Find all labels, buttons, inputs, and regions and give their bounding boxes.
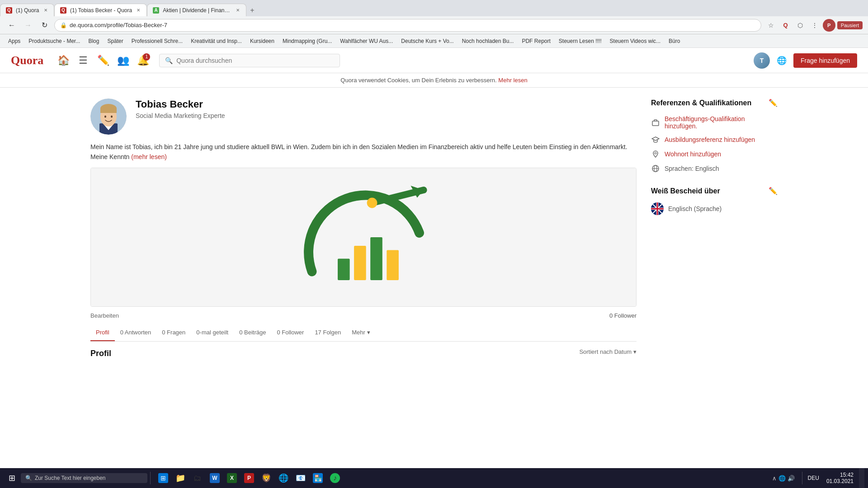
home-nav-button[interactable]: 🏠 (54, 52, 72, 70)
bookmark-wahlfaecher[interactable]: Wahlfächer WU Aus... (337, 37, 396, 45)
tab-beitraege[interactable]: 0 Beiträge (234, 324, 271, 341)
sidebar-job-item[interactable]: Beschäftigungs-Qualifikation hinzufügen. (651, 113, 778, 132)
sys-network-icon[interactable]: 🌐 (778, 475, 786, 482)
tab-profil[interactable]: Profil (90, 324, 115, 341)
browser-tab-tobias[interactable]: Q (1) Tobias Becker - Quora ✕ (54, 4, 147, 16)
sys-volume-icon[interactable]: 🔊 (788, 475, 795, 482)
sidebar-location-text: Wohnort hinzufügen (665, 150, 721, 158)
language-button[interactable]: 🌐 (774, 52, 790, 69)
back-button[interactable]: ← (5, 19, 18, 32)
bookmark-spaeter[interactable]: Später (104, 37, 126, 45)
quora-icon-btn[interactable]: Q (779, 19, 792, 32)
clock-time: 15:42 (826, 472, 854, 478)
tab-mehr[interactable]: Mehr ▾ (346, 324, 376, 341)
taskbar-app-word[interactable]: W (207, 468, 223, 488)
sidebar-location-item[interactable]: Wohnort hinzufügen (651, 147, 778, 161)
add-question-button[interactable]: Frage hinzufügen (793, 53, 857, 68)
profile-info: Tobias Becker Social Media Marketing Exp… (136, 99, 637, 119)
bookmark-deutsche-kurs[interactable]: Deutsche Kurs + Vo... (398, 37, 456, 45)
clock-date: 01.03.2021 (826, 478, 854, 484)
paused-button[interactable]: Pausiert (837, 21, 863, 29)
system-clock[interactable]: 15:42 01.03.2021 (823, 472, 857, 484)
bookmark-produktsuche[interactable]: Produktsuche - Mer... (26, 37, 83, 45)
browser-tab-aktien[interactable]: A Aktien | Dividende | Finanzen (… ✕ (147, 4, 246, 16)
taskbar-app-brave[interactable]: 🦁 (258, 468, 274, 488)
tab-antworten[interactable]: 0 Antworten (115, 324, 157, 341)
bookmark-blog[interactable]: Blog (85, 37, 102, 45)
sys-language: DEU (808, 475, 819, 481)
tab-close-2[interactable]: ✕ (136, 7, 141, 14)
chrome-profile-button[interactable]: P (823, 19, 835, 32)
bookmark-steuern-videos[interactable]: Steuern Videos wic... (607, 37, 664, 45)
tab-follower[interactable]: 0 Follower (271, 324, 309, 341)
browser-tab-quora1[interactable]: Q (1) Quora ✕ (0, 4, 54, 16)
bookmark-steuern-lesen[interactable]: Steuern Lesen !!!! (556, 37, 604, 45)
cookie-link[interactable]: Mehr lesen (498, 77, 527, 84)
tab-close-1[interactable]: ✕ (43, 7, 48, 14)
taskbar-search[interactable]: 🔍 Zur Suche Text hier eingeben (21, 473, 147, 483)
taskbar-app-excel[interactable]: X (224, 468, 240, 488)
taskbar-app-explorer[interactable]: 📁 (172, 468, 189, 488)
bookmark-noch-hochladen[interactable]: Noch hochladen Bu... (459, 37, 517, 45)
excel-icon: X (227, 473, 237, 483)
bookmark-mindmapping[interactable]: Mindmapping (Gru... (280, 37, 335, 45)
mehr-lesen-link[interactable]: (mehr lesen) (131, 153, 167, 160)
sys-arrow-icon[interactable]: ∧ (772, 475, 777, 482)
search-input[interactable] (176, 57, 334, 64)
bookmark-professionell[interactable]: Professionell Schre... (129, 37, 185, 45)
bookmark-pdf[interactable]: PDF Report (519, 37, 553, 45)
profile-job-title: Social Media Marketing Experte (136, 112, 637, 119)
taskbar-app-files[interactable]: 🗂 (189, 468, 206, 488)
taskbar-app-chrome[interactable]: 🌐 (275, 468, 292, 488)
profile-name: Tobias Becker (136, 99, 637, 110)
windows-icon: ⊞ (9, 473, 15, 483)
write-nav-button[interactable]: ✏️ (94, 52, 112, 70)
forward-button[interactable]: → (22, 19, 34, 32)
start-button[interactable]: ⊞ (4, 470, 20, 486)
tab-close-3[interactable]: ✕ (235, 7, 241, 14)
more-button[interactable]: ⋮ (808, 19, 821, 32)
taskbar-app-spotify[interactable]: ♪ (327, 468, 343, 488)
bearbeiten-button[interactable]: Bearbeiten (90, 312, 119, 319)
brave-icon: 🦁 (261, 473, 271, 483)
bookmark-buero[interactable]: Büro (666, 37, 683, 45)
bookmark-apps[interactable]: Apps (5, 37, 23, 45)
feed-nav-button[interactable]: ☰ (74, 52, 92, 70)
show-desktop-button[interactable] (859, 468, 864, 488)
taskbar-app-store[interactable]: 🏪 (310, 468, 326, 488)
svg-point-6 (104, 116, 106, 118)
bookmark-produktsuche-label: Produktsuche - Mer... (28, 38, 80, 44)
bookmark-kursideen[interactable]: Kursideen (247, 37, 277, 45)
extensions-button[interactable]: ⬡ (794, 19, 807, 32)
bookmark-spaeter-label: Später (107, 38, 123, 44)
sidebar-referenzen-title: Referenzen & Qualifikationen (651, 99, 751, 107)
address-bar[interactable]: 🔒 de.quora.com/profile/Tobias-Becker-7 (54, 19, 761, 32)
chrome-icon: 🌐 (278, 473, 288, 483)
address-text: de.quora.com/profile/Tobias-Becker-7 (70, 22, 755, 28)
quora-logo[interactable]: Quora (11, 54, 43, 67)
spaces-nav-button[interactable]: 👥 (114, 52, 132, 70)
reload-button[interactable]: ↻ (38, 19, 51, 32)
new-tab-button[interactable]: + (246, 5, 258, 16)
tab-fragen[interactable]: 0 Fragen (156, 324, 191, 341)
store-icon: 🏪 (313, 473, 323, 483)
search-bar[interactable]: 🔍 (159, 54, 340, 67)
bookmark-steuern-videos-label: Steuern Videos wic... (610, 38, 661, 44)
taskbar-app-cortana[interactable]: ⊞ (155, 468, 171, 488)
tab-geteilt[interactable]: 0-mal geteilt (191, 324, 234, 341)
notifications-nav-button[interactable]: 🔔 1 (134, 52, 152, 70)
taskbar-app-mail[interactable]: 📧 (292, 468, 309, 488)
weiss-edit-icon[interactable]: ✏️ (769, 187, 778, 195)
tab-folgen[interactable]: 17 Folgen (309, 324, 346, 341)
sort-by-button[interactable]: Sortiert nach Datum ▾ (579, 348, 637, 355)
sort-bar: Profil Sortiert nach Datum ▾ (90, 342, 637, 362)
sidebar-education-item[interactable]: Ausbildungsreferenz hinzufügen (651, 132, 778, 147)
user-avatar-button[interactable]: T (754, 52, 770, 69)
taskbar-app-powerpoint[interactable]: P (241, 468, 257, 488)
bookmark-kreativitaet[interactable]: Kreativität und Insp... (188, 37, 245, 45)
powerpoint-icon: P (244, 473, 254, 483)
bookmarks-bar: Apps Produktsuche - Mer... Blog Später P… (0, 34, 868, 48)
referenzen-edit-icon[interactable]: ✏️ (769, 99, 778, 107)
bookmark-star-button[interactable]: ☆ (765, 19, 778, 32)
sidebar-english-item[interactable]: Englisch (Sprache) (651, 201, 778, 217)
